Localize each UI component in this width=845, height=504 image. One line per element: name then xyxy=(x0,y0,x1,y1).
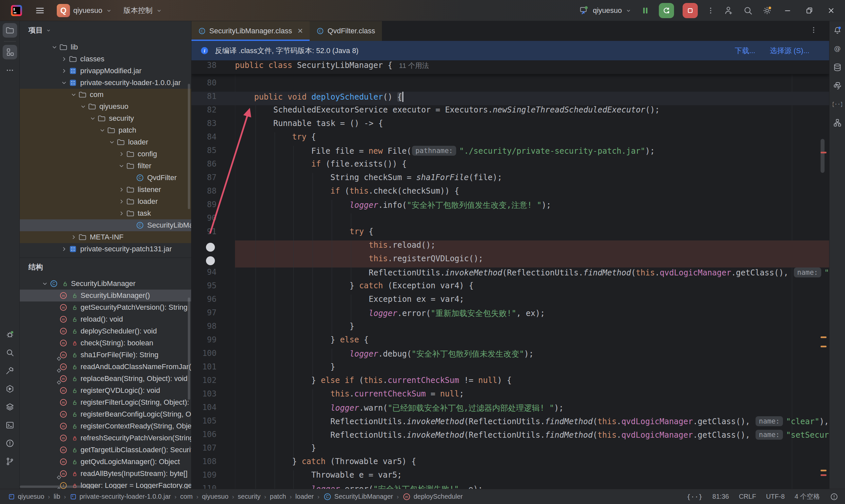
chevron-down-icon[interactable] xyxy=(69,90,78,99)
chevron-right-icon[interactable] xyxy=(59,55,68,64)
line-ending[interactable]: CRLF xyxy=(739,493,756,500)
code-line-104[interactable]: 104logger.warn("已经卸载安全补丁包,过滤器内部处理逻辑! "); xyxy=(191,403,829,416)
code-line-110[interactable]: 110logger.error("安全补丁包检测失败!", e); xyxy=(191,484,829,489)
structure-item-registerContextReady[interactable]: mregisterContextReady(String, Object): v… xyxy=(20,420,191,432)
layers-icon[interactable] xyxy=(3,400,17,414)
code-line-88[interactable]: 88if (this.check(checkSum)) { xyxy=(191,186,829,200)
inspections-widget-icon[interactable] xyxy=(830,492,839,501)
notifications-bell-icon[interactable] xyxy=(830,23,845,38)
structure-item-readAllBytes[interactable]: mreadAllBytes(InputStream): byte[] xyxy=(20,468,191,480)
line-number[interactable]: 83 xyxy=(191,119,235,132)
project-selector[interactable]: Q qiyuesuo xyxy=(57,4,112,17)
structure-hscrollbar[interactable] xyxy=(20,486,99,488)
code-line-102[interactable]: 102} else if (this.currentCheckSum != nu… xyxy=(191,376,829,389)
structure-item-readAndLoadClassNameFromJar[interactable]: mreadAndLoadClassNameFromJar(SecurityLib xyxy=(20,361,191,373)
code-line-90[interactable]: 90 xyxy=(191,213,829,227)
line-number[interactable]: 82 xyxy=(191,105,235,119)
code-line-101[interactable]: 101} xyxy=(191,362,829,376)
line-number[interactable]: 103 xyxy=(191,389,235,403)
structure-item-refreshSecurityPatchVersion[interactable]: mrefreshSecurityPatchVersion(String, Obj… xyxy=(20,432,191,444)
tab-securitylibmanager[interactable]: C SecurityLibManager.class ✕ xyxy=(191,21,310,41)
debug-icon[interactable] xyxy=(3,327,17,342)
endpoints-icon[interactable]: {··} xyxy=(830,97,845,111)
encoding[interactable]: UTF-8 xyxy=(766,493,785,500)
main-menu-icon[interactable] xyxy=(34,5,46,16)
pause-button[interactable] xyxy=(640,6,650,16)
line-number[interactable]: 88 xyxy=(191,186,235,200)
chevron-down-icon[interactable] xyxy=(50,43,59,52)
line-number[interactable]: 105 xyxy=(191,416,235,430)
line-number[interactable]: 90 xyxy=(191,213,235,227)
structure-item-sha1ForFile[interactable]: msha1ForFile(File): String xyxy=(20,349,191,361)
line-number[interactable]: 97 xyxy=(191,308,235,322)
tree-item-privappModified.jar[interactable]: privappModified.jar xyxy=(20,65,191,77)
vcs-menu[interactable]: 版本控制 xyxy=(123,6,162,16)
code-line-85[interactable]: 85File file = new File(pathname:"./secur… xyxy=(191,146,829,159)
tree-item-security[interactable]: security xyxy=(20,112,191,124)
tree-item-private-security-patch131.jar[interactable]: private-security-patch131.jar xyxy=(20,243,191,255)
code-line-80[interactable]: 80 xyxy=(191,78,829,92)
sticky-header-line[interactable]: 38public class SecurityLibManager {11 个用… xyxy=(191,61,829,74)
choose-sources-link[interactable]: 选择源 (S)... xyxy=(770,46,809,56)
gutter-circle[interactable] xyxy=(206,256,215,265)
line-number[interactable]: 108 xyxy=(191,457,235,470)
breadcrumb-qiyuesuo[interactable]: qiyuesuo xyxy=(202,493,228,500)
breadcrumb-SecurityLibManager[interactable]: CSecurityLibManager xyxy=(323,492,393,501)
rerun-button[interactable] xyxy=(659,3,674,18)
line-number[interactable] xyxy=(191,240,235,254)
line-number[interactable]: 101 xyxy=(191,362,235,376)
code-line-87[interactable]: 87String checkSum = sha1ForFile(file); xyxy=(191,173,829,186)
code-style-indent-icon[interactable]: {··} xyxy=(687,493,702,501)
code-with-me-icon[interactable] xyxy=(723,5,734,16)
line-number[interactable]: 100 xyxy=(191,349,235,362)
restore-button[interactable] xyxy=(803,4,816,17)
run-configuration-selector[interactable]: qiyuesuo xyxy=(579,5,632,16)
structure-item-registerFilterLogic[interactable]: mregisterFilterLogic(String, Object): vo… xyxy=(20,396,191,408)
code-line-96[interactable]: 96Exception ex = var4; xyxy=(191,294,829,308)
line-number[interactable]: 110 xyxy=(191,484,235,489)
code-line-103[interactable]: 103this.currentCheckSum = null; xyxy=(191,389,829,403)
code-line-106[interactable]: 106ReflectionUtils.invokeMethod(Reflecti… xyxy=(191,430,829,443)
editor-scrollbar[interactable] xyxy=(821,139,825,173)
line-number[interactable]: 94 xyxy=(191,268,235,281)
code-line-98[interactable]: 98} xyxy=(191,322,829,335)
line-number[interactable]: 102 xyxy=(191,376,235,389)
code-line-99[interactable]: 99} else { xyxy=(191,335,829,349)
code-line-91[interactable]: 91try { xyxy=(191,227,829,240)
close-tab-icon[interactable]: ✕ xyxy=(297,27,303,35)
code-line-83[interactable]: 83Runnable task = () -> { xyxy=(191,119,829,132)
structure-item-check[interactable]: mcheck(String): boolean xyxy=(20,337,191,349)
tab-qvdfilter[interactable]: C QvdFilter.class xyxy=(310,21,382,41)
structure-item-getQvdLogicManager[interactable]: mgetQvdLogicManager(): Object xyxy=(20,456,191,468)
code-line-93[interactable]: this.registerQVDLogic(); xyxy=(191,254,829,268)
chevron-down-icon[interactable] xyxy=(117,162,126,170)
tree-item-filter[interactable]: filter xyxy=(20,160,191,172)
code-line-79[interactable]: 79} xyxy=(191,74,829,78)
line-number[interactable]: 87 xyxy=(191,173,235,186)
download-sources-link[interactable]: 下载... xyxy=(735,46,755,56)
line-number[interactable]: 86 xyxy=(191,159,235,173)
chevron-down-icon[interactable] xyxy=(40,280,49,288)
more-icon[interactable] xyxy=(3,63,17,77)
structure-item-deployScheduler[interactable]: mdeployScheduler(): void xyxy=(20,325,191,337)
caret-position[interactable]: 81:36 xyxy=(712,493,729,500)
code-editor[interactable]: 79}8081public void deployScheduler() {82… xyxy=(191,61,829,489)
chevron-right-icon[interactable] xyxy=(117,185,126,194)
search-icon[interactable] xyxy=(3,345,17,360)
tree-item-com[interactable]: com xyxy=(20,89,191,101)
line-number[interactable]: 79 xyxy=(191,74,235,78)
chevron-right-icon[interactable] xyxy=(117,150,126,159)
database-icon[interactable] xyxy=(830,60,845,74)
breadcrumb-lib[interactable]: lib xyxy=(53,493,60,500)
minimize-button[interactable] xyxy=(781,4,794,17)
code-line-86[interactable]: 86if (file.exists()) { xyxy=(191,159,829,173)
structure-icon[interactable] xyxy=(3,45,17,59)
python-icon[interactable] xyxy=(830,78,845,93)
chevron-right-icon[interactable] xyxy=(117,209,126,218)
code-line-94[interactable]: 94ReflectionUtils.invokeMethod(Reflectio… xyxy=(191,268,829,281)
structure-item-getTargetLibClassLoader[interactable]: mgetTargetLibClassLoader(): SecurityLibC… xyxy=(20,444,191,456)
line-number[interactable]: 109 xyxy=(191,470,235,484)
chevron-down-icon[interactable] xyxy=(59,78,68,87)
line-number[interactable]: 99 xyxy=(191,335,235,349)
breadcrumb-security[interactable]: security xyxy=(237,493,261,500)
